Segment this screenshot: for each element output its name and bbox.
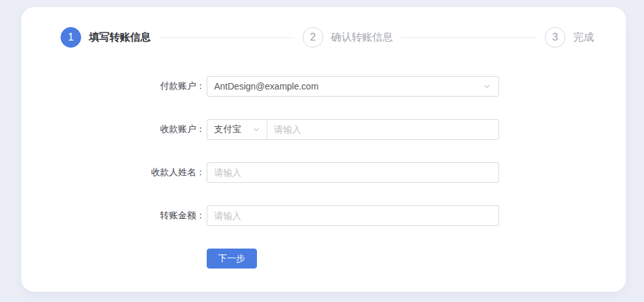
receiver-name-row: 收款人姓名： (149, 162, 499, 183)
amount-field (207, 205, 499, 226)
step-connector (401, 37, 536, 38)
step-item-fill-info: 1 填写转账信息 (61, 27, 151, 48)
button-row: 下一步 (207, 249, 499, 269)
step-number-badge: 2 (303, 27, 323, 48)
amount-label: 转账金额： (149, 210, 207, 222)
step-item-confirm-info: 2 确认转账信息 (303, 27, 393, 48)
amount-row: 转账金额： (149, 205, 499, 226)
page-background: { "steps": { "items": [ { "number": "1",… (0, 0, 644, 302)
amount-input[interactable] (207, 206, 498, 225)
receiver-account-group: 支付宝 (207, 119, 499, 140)
transfer-card: 1 填写转账信息 2 确认转账信息 3 完成 付款账户： AntDesign@e… (21, 7, 626, 292)
receiver-account-label: 收款账户： (149, 124, 207, 135)
chevron-down-icon (483, 82, 491, 90)
receiver-name-input[interactable] (207, 163, 498, 182)
payment-account-row: 付款账户： AntDesign@example.com (149, 76, 499, 97)
step-number-badge: 1 (61, 27, 81, 48)
step-label: 填写转账信息 (89, 31, 151, 44)
transfer-form: 付款账户： AntDesign@example.com 收款账户： 支付宝 (149, 76, 499, 269)
step-label: 完成 (573, 31, 594, 44)
receiver-name-field (207, 162, 499, 183)
payment-account-select[interactable]: AntDesign@example.com (207, 76, 499, 97)
payment-account-value: AntDesign@example.com (214, 81, 319, 91)
step-label: 确认转账信息 (331, 31, 393, 44)
receiver-account-input[interactable] (267, 120, 498, 139)
step-number-badge: 3 (545, 27, 565, 48)
step-item-done: 3 完成 (545, 27, 594, 48)
steps-bar: 1 填写转账信息 2 确认转账信息 3 完成 (61, 27, 594, 48)
receiver-account-row: 收款账户： 支付宝 (149, 119, 499, 140)
receiver-channel-value: 支付宝 (214, 124, 242, 135)
step-connector (159, 37, 294, 38)
receiver-name-label: 收款人姓名： (149, 167, 207, 178)
next-step-button[interactable]: 下一步 (207, 249, 257, 269)
receiver-channel-select[interactable]: 支付宝 (207, 120, 267, 139)
chevron-down-icon (252, 126, 260, 133)
payment-account-label: 付款账户： (149, 80, 207, 92)
